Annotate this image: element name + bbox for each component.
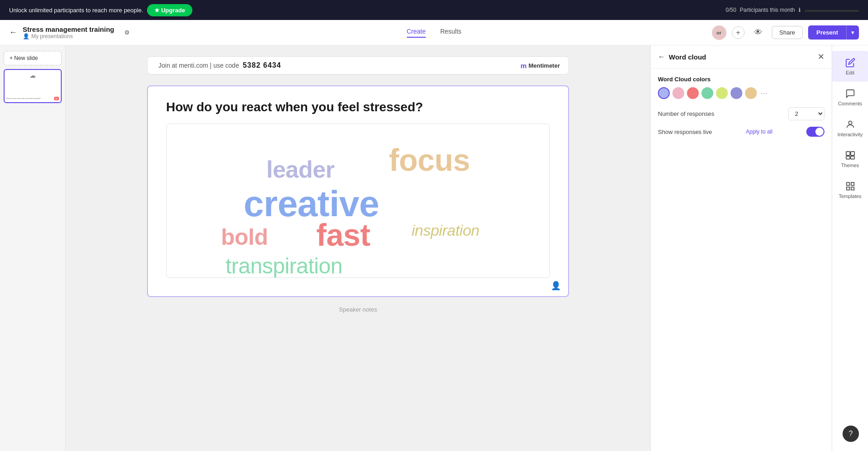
user-icon-bottom: 👤 bbox=[551, 281, 561, 291]
word-fast: fast bbox=[316, 217, 370, 253]
upgrade-button[interactable]: ★ Upgrade bbox=[147, 4, 192, 16]
preview-icon: 👁 bbox=[754, 28, 762, 37]
header-left: ← Stress management training 👤 My presen… bbox=[9, 25, 434, 40]
slide-question: How do you react when you feel stressed? bbox=[166, 100, 550, 114]
person-icon: 👤 bbox=[23, 33, 29, 40]
svg-rect-6 bbox=[851, 183, 853, 185]
slide-preview: How do you react when you feel stressed?… bbox=[147, 85, 569, 297]
banner-left: Unlock unlimited participants to reach m… bbox=[9, 4, 192, 16]
edit-panel-header: ← Word cloud ✕ bbox=[651, 45, 832, 69]
top-banner: Unlock unlimited participants to reach m… bbox=[0, 0, 868, 20]
present-button[interactable]: Present bbox=[808, 25, 846, 40]
sidebar-item-interactivity[interactable]: Interactivity bbox=[832, 113, 868, 144]
sidebar-item-themes[interactable]: Themes bbox=[832, 144, 868, 174]
header-titles: Stress management training 👤 My presenta… bbox=[23, 25, 114, 40]
content-inner: m Mentimeter Join at menti.com | use cod… bbox=[147, 56, 569, 313]
slide-thumbnail[interactable]: ☁ How do you react when you feel stresse… bbox=[4, 69, 62, 103]
present-btn-group: Present ▾ bbox=[808, 25, 859, 40]
settings-icon: ⚙ bbox=[124, 29, 130, 36]
share-button[interactable]: Share bbox=[772, 26, 803, 39]
sidebar-item-templates[interactable]: Templates bbox=[832, 174, 868, 205]
color-dot-1[interactable] bbox=[672, 87, 684, 99]
colors-section-label: Word Cloud colors bbox=[658, 76, 824, 83]
word-cloud-area: leader focus creative bold fast inspirat… bbox=[166, 124, 550, 278]
show-responses-row: Show responses live Apply to all bbox=[658, 127, 824, 137]
edit-panel-back-button[interactable]: ← bbox=[658, 53, 665, 61]
color-dot-3[interactable] bbox=[701, 87, 713, 99]
new-slide-button[interactable]: + New slide bbox=[4, 51, 62, 65]
content-area: m Mentimeter Join at menti.com | use cod… bbox=[66, 45, 650, 451]
color-dot-5[interactable] bbox=[731, 87, 742, 99]
join-bar: Join at menti.com | use code 5382 6434 bbox=[147, 56, 569, 74]
presentation-subtitle: 👤 My presentations bbox=[23, 33, 114, 40]
responses-row: Number of responses 2 3 4 5 bbox=[658, 107, 824, 120]
interactivity-icon bbox=[845, 119, 856, 130]
present-dropdown-button[interactable]: ▾ bbox=[846, 25, 859, 40]
sidebar-item-comments[interactable]: Comments bbox=[832, 82, 868, 113]
edit-panel-close-button[interactable]: ✕ bbox=[818, 52, 824, 62]
preview-button[interactable]: 👁 bbox=[750, 25, 766, 41]
main-layout: + New slide 1 ☁ How do you react when yo… bbox=[0, 45, 868, 451]
edit-panel-body: Word Cloud colors ··· Number of response… bbox=[651, 69, 832, 451]
tab-results[interactable]: Results bbox=[440, 28, 461, 38]
edit-panel-title: Word cloud bbox=[669, 53, 706, 61]
color-dot-4[interactable] bbox=[716, 87, 728, 99]
slides-panel: + New slide 1 ☁ How do you react when yo… bbox=[0, 45, 66, 451]
responses-select[interactable]: 2 3 4 5 bbox=[788, 107, 824, 120]
comments-icon bbox=[845, 88, 856, 99]
presentation-title: Stress management training bbox=[23, 25, 114, 33]
svg-rect-5 bbox=[846, 183, 849, 185]
color-dot-0[interactable] bbox=[658, 87, 670, 99]
back-button[interactable]: ← bbox=[9, 28, 17, 37]
color-palette: ··· bbox=[658, 87, 824, 99]
menti-logo-area: m Mentimeter bbox=[520, 62, 560, 69]
svg-rect-2 bbox=[850, 152, 854, 155]
sidebar-edit-label: Edit bbox=[846, 70, 854, 75]
sidebar-item-edit[interactable]: Edit bbox=[832, 51, 868, 82]
show-responses-toggle[interactable] bbox=[806, 127, 824, 137]
edit-icon bbox=[845, 57, 856, 68]
color-more-icon[interactable]: ··· bbox=[760, 89, 767, 98]
themes-icon bbox=[845, 150, 856, 161]
word-inspiration: inspiration bbox=[412, 222, 479, 239]
header-right: or + 👁 Share Present ▾ bbox=[434, 25, 859, 41]
far-right-sidebar: Edit Comments Interactivity bbox=[832, 45, 868, 451]
svg-rect-7 bbox=[846, 187, 849, 190]
word-transpiration: transpiration bbox=[226, 253, 343, 278]
add-button[interactable]: + bbox=[732, 26, 745, 39]
speaker-notes: Speaker notes bbox=[147, 306, 569, 313]
menti-logo: m Mentimeter bbox=[520, 62, 560, 69]
join-code: 5382 6434 bbox=[243, 61, 281, 69]
slide-item-wrapper: 1 ☁ How do you react when you feel stres… bbox=[4, 69, 62, 103]
slide-thumb-icon: ☁ bbox=[29, 72, 36, 79]
templates-icon bbox=[845, 181, 856, 192]
word-leader: leader bbox=[266, 156, 334, 183]
info-icon[interactable]: ℹ bbox=[799, 7, 801, 13]
svg-rect-4 bbox=[850, 156, 854, 159]
svg-point-0 bbox=[848, 121, 852, 124]
show-responses-label: Show responses live bbox=[658, 129, 712, 135]
sidebar-interactivity-label: Interactivity bbox=[838, 132, 863, 137]
sidebar-comments-label: Comments bbox=[838, 101, 862, 106]
participants-bar bbox=[804, 10, 859, 12]
slide-thumb-text: How do you react when you feel stressed? bbox=[6, 97, 59, 99]
tab-create[interactable]: Create bbox=[407, 28, 426, 38]
settings-button[interactable]: ⚙ bbox=[120, 25, 134, 40]
word-focus: focus bbox=[389, 142, 470, 178]
edit-panel-title-row: ← Word cloud bbox=[658, 53, 706, 61]
slide-or-badge: or bbox=[54, 97, 59, 100]
svg-rect-1 bbox=[846, 152, 849, 155]
word-bold: bold bbox=[221, 224, 268, 250]
color-dot-2[interactable] bbox=[687, 87, 699, 99]
banner-text: Unlock unlimited participants to reach m… bbox=[9, 7, 143, 14]
sidebar-templates-label: Templates bbox=[839, 193, 861, 199]
join-text: Join at menti.com | use code bbox=[158, 62, 239, 69]
edit-panel: ← Word cloud ✕ Word Cloud colors ··· Num… bbox=[650, 45, 832, 451]
header: ← Stress management training 👤 My presen… bbox=[0, 20, 868, 45]
apply-to-all-label[interactable]: Apply to all bbox=[746, 129, 773, 135]
help-button[interactable]: ? bbox=[843, 426, 859, 442]
color-dot-6[interactable] bbox=[745, 87, 757, 99]
sidebar-themes-label: Themes bbox=[841, 163, 859, 168]
avatar-button[interactable]: or bbox=[712, 25, 726, 40]
responses-label: Number of responses bbox=[658, 110, 714, 117]
